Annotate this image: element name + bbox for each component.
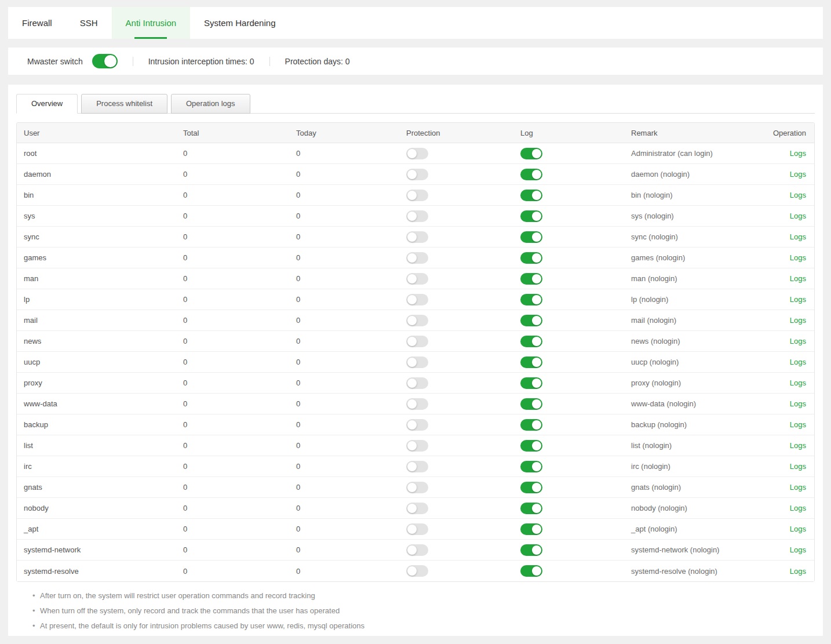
protection-toggle[interactable] (406, 565, 428, 577)
today-cell: 0 (296, 504, 406, 512)
operation-cell: Logs (771, 232, 814, 241)
protection-toggle[interactable] (406, 210, 428, 222)
logs-link[interactable]: Logs (790, 379, 806, 387)
main-tab-system-hardening[interactable]: System Hardening (190, 7, 289, 39)
log-toggle[interactable] (520, 315, 542, 326)
sub-tab-process-whitelist[interactable]: Process whitelist (81, 94, 167, 114)
protection-toggle[interactable] (406, 169, 428, 180)
total-cell: 0 (183, 441, 296, 450)
log-toggle[interactable] (520, 565, 542, 577)
logs-link[interactable]: Logs (790, 420, 806, 429)
logs-link[interactable]: Logs (790, 545, 806, 554)
protection-toggle[interactable] (406, 273, 428, 285)
log-toggle[interactable] (520, 148, 542, 159)
protection-toggle[interactable] (406, 523, 428, 535)
log-toggle[interactable] (520, 273, 542, 285)
log-toggle[interactable] (520, 419, 542, 431)
logs-link[interactable]: Logs (790, 274, 806, 283)
protection-toggle[interactable] (406, 503, 428, 514)
log-toggle[interactable] (520, 336, 542, 347)
protection-toggle[interactable] (406, 377, 428, 389)
sub-tab-operation-logs[interactable]: Operation logs (171, 94, 250, 114)
protection-toggle[interactable] (406, 252, 428, 264)
log-cell (520, 503, 631, 514)
logs-link[interactable]: Logs (790, 504, 806, 512)
logs-link[interactable]: Logs (790, 191, 806, 199)
protection-toggle[interactable] (406, 148, 428, 159)
log-toggle[interactable] (520, 377, 542, 389)
log-toggle[interactable] (520, 356, 542, 368)
master-switch-toggle[interactable] (92, 54, 118, 68)
log-cell (520, 294, 631, 305)
user-cell: uucp (17, 358, 183, 366)
protection-toggle[interactable] (406, 482, 428, 493)
toggle-knob (532, 545, 541, 555)
protection-toggle[interactable] (406, 398, 428, 410)
protection-cell (406, 544, 520, 556)
log-toggle[interactable] (520, 482, 542, 493)
log-cell (520, 419, 631, 431)
log-toggle[interactable] (520, 440, 542, 452)
log-toggle[interactable] (520, 544, 542, 556)
protection-toggle[interactable] (406, 315, 428, 326)
table-header-row: UserTotalTodayProtectionLogRemarkOperati… (17, 123, 814, 143)
logs-link[interactable]: Logs (790, 149, 806, 158)
logs-link[interactable]: Logs (790, 316, 806, 325)
toggle-knob (407, 191, 417, 200)
protection-toggle[interactable] (406, 461, 428, 472)
log-toggle[interactable] (520, 190, 542, 201)
log-toggle[interactable] (520, 252, 542, 264)
main-tab-label: Anti Intrusion (126, 18, 177, 28)
logs-link[interactable]: Logs (790, 399, 806, 408)
logs-link[interactable]: Logs (790, 441, 806, 450)
log-toggle[interactable] (520, 210, 542, 222)
note-item: When turn off the system, only record an… (32, 606, 815, 615)
remark-cell: man (nologin) (631, 274, 771, 283)
protection-toggle[interactable] (406, 336, 428, 347)
note-item: At present, the default is only for intr… (32, 621, 815, 630)
protection-toggle[interactable] (406, 419, 428, 431)
remark-cell: lp (nologin) (631, 295, 771, 304)
remark-cell: systemd-network (nologin) (631, 545, 771, 554)
protection-toggle[interactable] (406, 544, 428, 556)
logs-link[interactable]: Logs (790, 253, 806, 262)
logs-link[interactable]: Logs (790, 358, 806, 366)
log-toggle[interactable] (520, 231, 542, 243)
main-tab-firewall[interactable]: Firewall (8, 7, 66, 39)
toggle-knob (407, 441, 417, 450)
logs-link[interactable]: Logs (790, 525, 806, 533)
logs-link[interactable]: Logs (790, 483, 806, 492)
logs-link[interactable]: Logs (790, 212, 806, 220)
log-toggle[interactable] (520, 398, 542, 410)
logs-link[interactable]: Logs (790, 232, 806, 241)
logs-link[interactable]: Logs (790, 567, 806, 576)
log-toggle[interactable] (520, 503, 542, 514)
log-toggle[interactable] (520, 294, 542, 305)
today-cell: 0 (296, 545, 406, 554)
protection-toggle[interactable] (406, 294, 428, 305)
log-toggle[interactable] (520, 461, 542, 472)
toggle-knob (407, 232, 417, 242)
log-toggle[interactable] (520, 523, 542, 535)
logs-link[interactable]: Logs (790, 295, 806, 304)
total-cell: 0 (183, 253, 296, 262)
sub-tab-overview[interactable]: Overview (16, 94, 78, 114)
sub-tab-label: Overview (31, 99, 63, 108)
logs-link[interactable]: Logs (790, 337, 806, 345)
protection-toggle[interactable] (406, 231, 428, 243)
today-cell: 0 (296, 274, 406, 283)
protection-toggle[interactable] (406, 190, 428, 201)
main-panel: Overview Process whitelist Operation log… (8, 85, 823, 636)
protection-toggle[interactable] (406, 356, 428, 368)
logs-link[interactable]: Logs (790, 462, 806, 471)
logs-link[interactable]: Logs (790, 170, 806, 179)
table-row: gnats 0 0 gnats (nologin) Logs (17, 477, 814, 498)
main-tab-ssh[interactable]: SSH (66, 7, 112, 39)
remark-cell: backup (nologin) (631, 420, 771, 429)
remark-cell: systemd-resolve (nologin) (631, 567, 771, 576)
protection-toggle[interactable] (406, 440, 428, 452)
log-toggle[interactable] (520, 169, 542, 180)
main-tab-anti-intrusion[interactable]: Anti Intrusion (112, 7, 191, 39)
log-cell (520, 231, 631, 243)
toggle-knob (532, 149, 541, 158)
